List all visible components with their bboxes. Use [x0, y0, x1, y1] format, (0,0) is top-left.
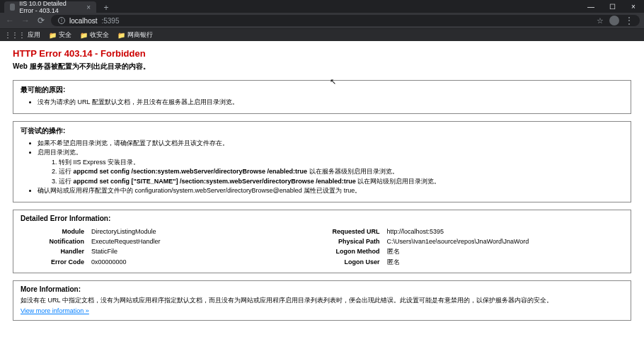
address-bar[interactable]: i localhost:5395 ☆ ⋮	[51, 15, 640, 26]
causes-box: 最可能的原因: 没有为请求的 URL 配置默认文档，并且没有在服务器上启用目录浏…	[13, 80, 631, 114]
close-window-button[interactable]: ×	[623, 3, 644, 11]
site-info-icon[interactable]: i	[58, 17, 65, 24]
detail-value: 匿名	[387, 257, 400, 267]
browser-menu-icon[interactable]: ⋮	[625, 16, 633, 25]
bookmark-folder[interactable]: 📁网商银行	[117, 30, 153, 40]
action-item: 如果不希望启用目录浏览，请确保配置了默认文档并且该文件存在。	[38, 139, 623, 149]
action-step: 转到 IIS Express 安装目录。	[59, 158, 623, 168]
actions-heading: 可尝试的操作:	[21, 126, 623, 136]
detail-label: Handler	[21, 246, 91, 256]
detail-value: 0x00000000	[91, 257, 127, 267]
moreinfo-box: More Information: 如没有在 URL 中指定文档，没有为网站或应…	[13, 280, 631, 321]
detail-value: http://localhost:5395	[387, 227, 444, 236]
detail-label: Requested URL	[316, 227, 387, 236]
maximize-button[interactable]: ☐	[602, 3, 623, 11]
apps-button[interactable]: ⋮⋮⋮应用	[4, 30, 40, 40]
detail-value: C:\Users\Ivan1ee\source\repos\JnaWord\Jn…	[387, 236, 529, 246]
detail-value: DirectoryListingModule	[91, 227, 156, 236]
detail-label: Logon Method	[316, 246, 387, 256]
forward-button: →	[20, 15, 31, 26]
folder-icon: 📁	[117, 32, 125, 39]
detail-label: Module	[21, 227, 91, 236]
cause-item: 没有为请求的 URL 配置默认文档，并且没有在服务器上启用目录浏览。	[38, 98, 623, 108]
tab-title: IIS 10.0 Detailed Error - 403.14	[19, 0, 82, 14]
detail-value: StaticFile	[91, 246, 117, 256]
detail-value: 匿名	[387, 246, 400, 256]
causes-heading: 最可能的原因:	[21, 85, 623, 95]
detail-heading: Detailed Error Information:	[21, 215, 623, 222]
minimize-button[interactable]: —	[580, 3, 602, 11]
detail-box: Detailed Error Information: ModuleDirect…	[13, 210, 631, 274]
bookmark-folder[interactable]: 📁安全	[49, 30, 71, 40]
favicon-icon	[10, 4, 15, 11]
actions-box: 可尝试的操作: 如果不希望启用目录浏览，请确保配置了默认文档并且该文件存在。 启…	[13, 121, 631, 202]
reload-button[interactable]: ⟳	[35, 15, 47, 26]
bookmark-folder[interactable]: 📁收安全	[80, 30, 109, 40]
action-step: 运行 appcmd set config /section:system.web…	[59, 167, 623, 177]
url-host: localhost	[69, 17, 97, 25]
moreinfo-text: 如没有在 URL 中指定文档，没有为网站或应用程序指定默认文档，而且没有为网站或…	[21, 296, 623, 306]
error-subtitle: Web 服务器被配置为不列出此目录的内容。	[13, 62, 631, 72]
detail-label: Error Code	[21, 257, 91, 267]
action-step: 运行 appcmd set config ["SITE_NAME"] /sect…	[59, 177, 623, 187]
bookmark-star-icon[interactable]: ☆	[597, 16, 604, 25]
close-tab-icon[interactable]: ×	[86, 4, 91, 11]
browser-tab[interactable]: IIS 10.0 Detailed Error - 403.14 ×	[4, 1, 96, 13]
detail-label: Physical Path	[316, 236, 387, 246]
detail-label: Logon User	[316, 257, 387, 267]
profile-avatar-icon[interactable]	[609, 16, 619, 25]
detail-label: Notification	[21, 236, 91, 246]
new-tab-button[interactable]: +	[100, 3, 112, 13]
moreinfo-link[interactable]: View more information »	[21, 307, 89, 314]
folder-icon: 📁	[49, 32, 57, 39]
url-port: :5395	[101, 17, 119, 25]
folder-icon: 📁	[80, 32, 88, 39]
action-item: 启用目录浏览。 转到 IIS Express 安装目录。 运行 appcmd s…	[38, 148, 623, 186]
action-item: 确认网站或应用程序配置文件中的 configuration/system.web…	[38, 186, 623, 196]
error-title: HTTP Error 403.14 - Forbidden	[13, 48, 631, 59]
detail-value: ExecuteRequestHandler	[91, 236, 161, 246]
apps-grid-icon: ⋮⋮⋮	[4, 31, 25, 39]
back-button[interactable]: ←	[4, 15, 16, 26]
moreinfo-heading: More Information:	[21, 285, 623, 293]
